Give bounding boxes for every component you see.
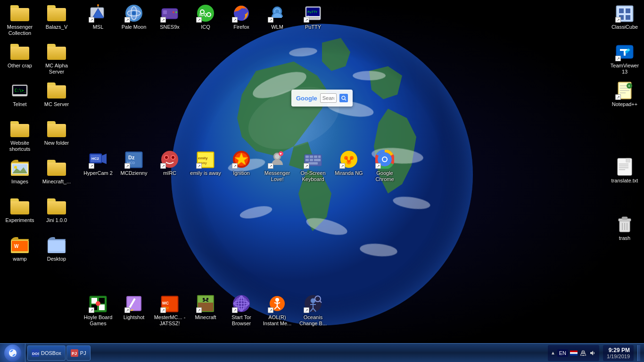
icon-images[interactable]: Images [2,156,38,194]
mestermc-icon: MC JTS! ↗ [160,294,179,313]
svg-point-23 [14,166,17,169]
svg-point-37 [132,11,136,15]
emily-is-away-icon: emily away ↗ [196,150,215,169]
icon-mestermc[interactable]: MC JTS! ↗ MesterMC... - JATSSZ! [152,292,188,330]
google-search-input[interactable] [320,93,337,103]
svg-rect-120 [203,301,205,302]
experiments-label: Experiments [5,217,34,223]
icon-oceanis[interactable]: ↗ Oceanis Change B... [295,292,331,330]
google-search-button[interactable] [339,94,348,102]
shortcut-arrow: ↗ [124,163,130,169]
svg-point-70 [172,156,174,159]
taskbar-programs: DOS DOSBox PJ PJ [25,344,92,362]
putty-icon: PuTTY >_ ↗ [304,4,322,23]
icon-teamviewer13[interactable]: ↗ TeamViewer 13 [607,41,642,78]
svg-marker-59 [102,154,107,164]
icon-mc-server[interactable]: MC Server [39,79,74,117]
ignition-label: Ignition [233,170,249,176]
show-desktop-button[interactable] [637,345,640,361]
icon-aol-instant[interactable]: ↗ AOL(R) Instant Me... [259,292,295,330]
icon-putty[interactable]: PuTTY >_ ↗ PuTTY [295,2,331,40]
wlm-icon: ↗ [268,4,287,23]
svg-rect-83 [305,156,309,158]
minecraft-folder-label: Minecraft_... [42,179,71,185]
icon-minecraft-folder[interactable]: Minecraft_... [39,156,74,194]
desktop-icons-left-col1: Messenger Collection Other crap C:\>_ Te… [0,0,38,344]
icon-mc-alpha-server[interactable]: MC Alpha Server [39,41,74,78]
icon-wamp[interactable]: W wamp [2,234,38,272]
taskbar-dosbox[interactable]: DOS DOSBox [27,346,66,361]
icon-hoyle-board-games[interactable]: ↗ Hoyle Board Games [80,292,116,330]
clock-date: 1/19/2019 [607,354,630,359]
notification-expand-button[interactable]: ▲ [551,350,555,355]
icon-wlm[interactable]: ↗ WLM [259,2,295,40]
trash-icon [615,215,634,234]
icon-jini[interactable]: Jini 1.0.0 [39,195,74,233]
icon-pale-moon[interactable]: ↗ Pale Moon [116,2,152,40]
svg-rect-40 [173,11,174,13]
hypercam2-icon: HC2 ↗ [89,150,107,169]
icon-messenger-love[interactable]: ♥ ↗ Messenger Love! [259,148,295,186]
icon-ignition[interactable]: ↗ Ignition [223,148,259,186]
svg-text:MC: MC [162,301,169,305]
jini-label: Jini 1.0.0 [46,217,67,223]
svg-rect-115 [198,296,213,303]
icon-notepadpp[interactable]: + ↗ Notepad++ [607,79,642,117]
desktop-icons-top: ↗ MSL ↗ Pale Moon ↗ SNES [75,0,569,47]
clock-time: 9:29 PM [609,347,630,354]
desktop-folder-label: Desktop [47,256,66,262]
desktop-icons-middle: HC2 ↗ HyperCam 2 Dz MCD ↗ MCDzienny [75,146,569,198]
icon-experiments[interactable]: Experiments [2,195,38,233]
network-icon[interactable] [579,349,587,357]
icon-start-tor-browser[interactable]: ↗ Start Tor Browser [223,292,259,330]
minecraft-icon: ↗ [196,294,215,313]
icon-mirc[interactable]: ↗ mIRC [152,148,188,186]
messenger-love-label: Messenger Love! [260,170,294,182]
shortcut-arrow: ↗ [89,17,94,23]
mc-server-icon [47,81,66,100]
desktop-icons-left-col2: Balazs_V MC Alpha Server MC Server New f… [37,0,74,344]
minecraft-folder-icon [47,158,66,177]
icon-minecraft[interactable]: ↗ Minecraft [188,292,223,330]
icon-telnet[interactable]: C:\>_ Telnet [2,79,38,117]
svg-text:HC2: HC2 [91,156,99,161]
volume-icon[interactable] [589,349,596,357]
start-button[interactable] [0,344,25,362]
icon-messenger-collection[interactable]: Messenger Collection [2,2,38,40]
taskbar-paintjoy[interactable]: PJ PJ [66,346,91,361]
icon-classicube[interactable]: ↗ ClassiCube [607,2,642,40]
start-tor-browser-label: Start Tor Browser [224,314,258,327]
svg-rect-104 [99,304,105,310]
icon-firefox[interactable]: ↗ Firefox [223,2,259,40]
clock-area[interactable]: 9:29 PM 1/19/2019 [603,345,634,361]
icon-mcdzienny[interactable]: Dz MCD ↗ MCDzienny [116,148,152,186]
shortcut-arrow: ↗ [232,17,238,23]
icon-on-screen-keyboard[interactable]: ↗ On-Screen Keyboard [295,148,331,186]
icon-miranda-ng[interactable]: ↗ Miranda NG [331,148,367,186]
flag-icon[interactable] [570,349,578,357]
language-button[interactable]: EN [557,349,568,357]
icon-icq[interactable]: ICQ ↗ ICQ [188,2,223,40]
svg-point-32 [97,4,99,6]
svg-rect-85 [314,156,317,158]
icon-trash[interactable]: trash [607,213,642,251]
snes9x-label: SNES9x [160,24,180,30]
icon-new-folder[interactable]: New folder [39,118,74,156]
icon-website-shortcuts[interactable]: Website shortcuts [2,118,38,156]
icon-translate-txt[interactable]: translate.txt [607,156,642,193]
svg-point-14 [342,96,345,99]
shortcut-arrow: ↗ [124,307,130,313]
icon-hypercam2[interactable]: HC2 ↗ HyperCam 2 [80,148,116,186]
icon-snes9x[interactable]: ↗ SNES9x [152,2,188,40]
icon-other-crap[interactable]: Other crap [2,41,38,78]
icon-msl[interactable]: ↗ MSL [80,2,116,40]
mirc-icon: ↗ [160,150,179,169]
taskbar-paintjoy-label: PJ [80,350,86,356]
icon-emily-is-away[interactable]: emily away ↗ emily is away [188,148,223,186]
messenger-collection-label: Messenger Collection [3,24,37,36]
icon-lightshot[interactable]: ↗ Lightshot [116,292,152,330]
icon-desktop-folder[interactable]: Desktop [39,234,74,272]
icon-balazs-v[interactable]: Balazs_V [39,2,74,40]
notepadpp-label: Notepad++ [612,101,637,107]
icon-google-chrome[interactable]: ↗ Google Chrome [367,148,403,186]
